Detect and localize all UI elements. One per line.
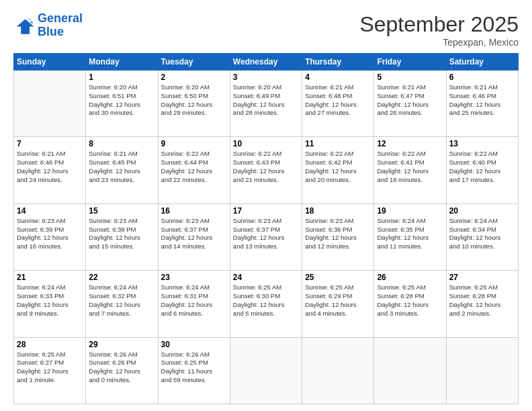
day-info: Sunrise: 6:23 AM Sunset: 6:38 PM Dayligh… xyxy=(89,217,154,251)
week-row-5: 28Sunrise: 6:25 AM Sunset: 6:27 PM Dayli… xyxy=(14,337,519,404)
day-number: 25 xyxy=(305,273,371,282)
day-info: Sunrise: 6:22 AM Sunset: 6:41 PM Dayligh… xyxy=(377,150,443,184)
day-info: Sunrise: 6:21 AM Sunset: 6:45 PM Dayligh… xyxy=(89,150,154,184)
day-info: Sunrise: 6:23 AM Sunset: 6:37 PM Dayligh… xyxy=(233,217,299,251)
day-number: 21 xyxy=(17,273,83,282)
day-number: 26 xyxy=(377,273,443,282)
col-wednesday: Wednesday xyxy=(230,54,302,71)
logo-blue: Blue xyxy=(38,25,64,38)
day-cell: 29Sunrise: 6:26 AM Sunset: 6:26 PM Dayli… xyxy=(86,337,158,404)
day-number: 14 xyxy=(17,206,83,216)
day-info: Sunrise: 6:21 AM Sunset: 6:46 PM Dayligh… xyxy=(17,150,83,184)
day-cell: 25Sunrise: 6:25 AM Sunset: 6:29 PM Dayli… xyxy=(302,271,374,337)
day-cell: 11Sunrise: 6:22 AM Sunset: 6:42 PM Dayli… xyxy=(302,137,374,203)
day-info: Sunrise: 6:22 AM Sunset: 6:43 PM Dayligh… xyxy=(233,150,299,184)
day-info: Sunrise: 6:21 AM Sunset: 6:47 PM Dayligh… xyxy=(377,83,443,118)
day-cell: 5Sunrise: 6:21 AM Sunset: 6:47 PM Daylig… xyxy=(374,71,446,137)
location: Tepexpan, Mexico xyxy=(359,37,519,48)
logo-icon xyxy=(13,15,35,36)
day-number: 11 xyxy=(305,139,371,148)
day-number: 1 xyxy=(89,73,154,82)
day-info: Sunrise: 6:22 AM Sunset: 6:40 PM Dayligh… xyxy=(449,150,515,184)
day-cell: 12Sunrise: 6:22 AM Sunset: 6:41 PM Dayli… xyxy=(374,137,446,203)
day-number: 27 xyxy=(449,273,515,282)
day-number: 8 xyxy=(89,139,154,148)
week-row-3: 14Sunrise: 6:23 AM Sunset: 6:39 PM Dayli… xyxy=(14,203,519,270)
month-title: September 2025 xyxy=(359,12,519,37)
day-cell: 22Sunrise: 6:24 AM Sunset: 6:32 PM Dayli… xyxy=(86,271,158,337)
title-block: September 2025 Tepexpan, Mexico xyxy=(359,12,519,48)
day-number: 30 xyxy=(161,340,227,349)
day-info: Sunrise: 6:26 AM Sunset: 6:25 PM Dayligh… xyxy=(161,351,227,385)
day-cell: 23Sunrise: 6:24 AM Sunset: 6:31 PM Dayli… xyxy=(158,271,230,337)
day-cell: 14Sunrise: 6:23 AM Sunset: 6:39 PM Dayli… xyxy=(14,203,86,270)
day-cell: 15Sunrise: 6:23 AM Sunset: 6:38 PM Dayli… xyxy=(86,203,158,270)
day-cell xyxy=(230,337,302,404)
day-info: Sunrise: 6:24 AM Sunset: 6:32 PM Dayligh… xyxy=(89,283,154,318)
day-info: Sunrise: 6:23 AM Sunset: 6:36 PM Dayligh… xyxy=(305,217,371,251)
week-row-4: 21Sunrise: 6:24 AM Sunset: 6:33 PM Dayli… xyxy=(14,271,519,337)
day-cell: 30Sunrise: 6:26 AM Sunset: 6:25 PM Dayli… xyxy=(158,337,230,404)
day-cell: 20Sunrise: 6:24 AM Sunset: 6:34 PM Dayli… xyxy=(446,203,518,270)
day-info: Sunrise: 6:25 AM Sunset: 6:30 PM Dayligh… xyxy=(233,283,299,318)
day-cell xyxy=(446,337,518,404)
day-number: 12 xyxy=(377,139,443,148)
day-number: 19 xyxy=(377,206,443,216)
day-cell: 28Sunrise: 6:25 AM Sunset: 6:27 PM Dayli… xyxy=(14,337,86,404)
col-friday: Friday xyxy=(374,54,446,71)
day-number: 3 xyxy=(233,73,299,82)
col-monday: Monday xyxy=(86,54,158,71)
day-cell: 24Sunrise: 6:25 AM Sunset: 6:30 PM Dayli… xyxy=(230,271,302,337)
day-number: 7 xyxy=(17,139,83,148)
day-info: Sunrise: 6:23 AM Sunset: 6:37 PM Dayligh… xyxy=(161,217,227,251)
day-cell: 10Sunrise: 6:22 AM Sunset: 6:43 PM Dayli… xyxy=(230,137,302,203)
day-cell: 27Sunrise: 6:25 AM Sunset: 6:28 PM Dayli… xyxy=(446,271,518,337)
day-cell: 13Sunrise: 6:22 AM Sunset: 6:40 PM Dayli… xyxy=(446,137,518,203)
day-cell: 9Sunrise: 6:22 AM Sunset: 6:44 PM Daylig… xyxy=(158,137,230,203)
day-number: 24 xyxy=(233,273,299,282)
day-info: Sunrise: 6:25 AM Sunset: 6:27 PM Dayligh… xyxy=(17,351,83,385)
day-cell: 16Sunrise: 6:23 AM Sunset: 6:37 PM Dayli… xyxy=(158,203,230,270)
day-cell: 19Sunrise: 6:24 AM Sunset: 6:35 PM Dayli… xyxy=(374,203,446,270)
day-info: Sunrise: 6:24 AM Sunset: 6:35 PM Dayligh… xyxy=(377,217,443,251)
day-cell: 21Sunrise: 6:24 AM Sunset: 6:33 PM Dayli… xyxy=(14,271,86,337)
day-info: Sunrise: 6:25 AM Sunset: 6:28 PM Dayligh… xyxy=(449,283,515,318)
day-number: 2 xyxy=(161,73,227,82)
day-number: 16 xyxy=(161,206,227,216)
day-cell: 17Sunrise: 6:23 AM Sunset: 6:37 PM Dayli… xyxy=(230,203,302,270)
day-cell: 8Sunrise: 6:21 AM Sunset: 6:45 PM Daylig… xyxy=(86,137,158,203)
day-info: Sunrise: 6:25 AM Sunset: 6:29 PM Dayligh… xyxy=(305,283,371,318)
day-number: 18 xyxy=(305,206,371,216)
logo-general: General xyxy=(38,11,83,25)
day-number: 17 xyxy=(233,206,299,216)
day-number: 20 xyxy=(449,206,515,216)
day-info: Sunrise: 6:26 AM Sunset: 6:26 PM Dayligh… xyxy=(89,351,154,385)
day-cell: 7Sunrise: 6:21 AM Sunset: 6:46 PM Daylig… xyxy=(14,137,86,203)
day-number: 10 xyxy=(233,139,299,148)
page: General Blue September 2025 Tepexpan, Me… xyxy=(0,0,532,411)
day-cell: 1Sunrise: 6:20 AM Sunset: 6:51 PM Daylig… xyxy=(86,71,158,137)
col-saturday: Saturday xyxy=(446,54,518,71)
day-cell xyxy=(374,337,446,404)
day-cell xyxy=(302,337,374,404)
day-cell: 26Sunrise: 6:25 AM Sunset: 6:28 PM Dayli… xyxy=(374,271,446,337)
day-info: Sunrise: 6:21 AM Sunset: 6:46 PM Dayligh… xyxy=(449,83,515,118)
day-cell xyxy=(14,71,86,137)
day-cell: 6Sunrise: 6:21 AM Sunset: 6:46 PM Daylig… xyxy=(446,71,518,137)
day-info: Sunrise: 6:21 AM Sunset: 6:48 PM Dayligh… xyxy=(305,83,371,118)
day-cell: 3Sunrise: 6:20 AM Sunset: 6:49 PM Daylig… xyxy=(230,71,302,137)
day-number: 28 xyxy=(17,340,83,349)
day-info: Sunrise: 6:24 AM Sunset: 6:31 PM Dayligh… xyxy=(161,283,227,318)
week-row-2: 7Sunrise: 6:21 AM Sunset: 6:46 PM Daylig… xyxy=(14,137,519,203)
day-cell: 2Sunrise: 6:20 AM Sunset: 6:50 PM Daylig… xyxy=(158,71,230,137)
day-info: Sunrise: 6:20 AM Sunset: 6:50 PM Dayligh… xyxy=(161,83,227,118)
day-number: 29 xyxy=(89,340,154,349)
day-info: Sunrise: 6:24 AM Sunset: 6:33 PM Dayligh… xyxy=(17,283,83,318)
day-cell: 4Sunrise: 6:21 AM Sunset: 6:48 PM Daylig… xyxy=(302,71,374,137)
col-thursday: Thursday xyxy=(302,54,374,71)
day-number: 23 xyxy=(161,273,227,282)
day-number: 22 xyxy=(89,273,154,282)
day-info: Sunrise: 6:24 AM Sunset: 6:34 PM Dayligh… xyxy=(449,217,515,251)
day-cell: 18Sunrise: 6:23 AM Sunset: 6:36 PM Dayli… xyxy=(302,203,374,270)
logo-text: General Blue xyxy=(38,12,83,39)
